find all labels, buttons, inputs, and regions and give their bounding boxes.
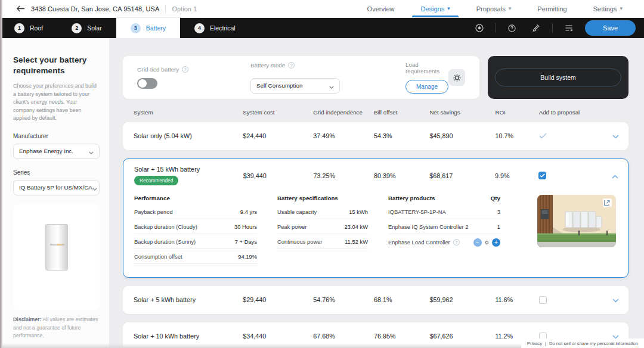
system-details: Performance Payback period9.4 yrs Backup… — [123, 192, 628, 277]
performance-section: Performance Payback period9.4 yrs Backup… — [134, 195, 257, 264]
plus-icon[interactable]: + — [492, 238, 500, 247]
recommended-badge: Recommended — [134, 176, 178, 185]
feedback-icon[interactable] — [561, 20, 577, 36]
col-roi: ROI — [495, 109, 538, 117]
chevron-down-icon — [329, 80, 334, 91]
divider — [165, 5, 166, 13]
battery-product-image — [45, 224, 68, 271]
table-row[interactable]: Solar only (5.04 kW) $24,440 37.49% 54.3… — [123, 122, 628, 150]
add-to-proposal-checkbox[interactable] — [539, 296, 547, 304]
design-option-label[interactable]: Option 1 — [172, 5, 197, 13]
col-system-cost: System cost — [243, 109, 313, 117]
systems-table-header: System System cost Grid independence Bil… — [123, 99, 628, 122]
build-system-button[interactable]: Build system — [495, 69, 621, 86]
save-button[interactable]: Save — [585, 20, 636, 36]
info-icon[interactable]: ? — [182, 66, 188, 73]
primary-nav: Overview Designs ▾ Proposals ▾ Permittin… — [354, 0, 636, 17]
privacy-link[interactable]: Privacy — [527, 341, 542, 346]
qty-header: Qty — [491, 195, 500, 201]
divider — [496, 23, 496, 33]
system-row-15kwh: Solar + 15 kWh battery Recommended $39,4… — [123, 159, 628, 278]
info-icon[interactable]: ? — [453, 239, 460, 246]
load-requirements-label: Load requirements — [405, 61, 448, 74]
project-address: 3438 Cuesta Dr, San Jose, CA 95148, USA — [31, 5, 159, 13]
divider — [552, 23, 553, 33]
battery-specs-section: Battery specifications Usable capacity15… — [277, 195, 368, 264]
col-bill-offset: Bill offset — [374, 109, 430, 117]
step-solar[interactable]: 2 Solar — [57, 18, 116, 38]
chevron-down-icon — [92, 182, 97, 193]
battery-mode-label: Battery mode ? — [250, 62, 405, 69]
grid-tied-label: Grid-tied battery ? — [137, 66, 250, 73]
battery-sidebar: Select your battery requirements Choose … — [0, 38, 110, 348]
gear-icon[interactable] — [448, 69, 465, 86]
checkmark-icon — [539, 130, 597, 141]
chevron-down-icon: ▾ — [509, 6, 512, 11]
load-controller-stepper: − 0 + — [473, 238, 500, 247]
chevron-down-icon: ▾ — [447, 6, 450, 11]
table-row[interactable]: Solar + 5 kWh battery $29,440 54.76% 68.… — [123, 286, 628, 314]
system-row-solar-only: Solar only (5.04 kW) $24,440 37.49% 54.3… — [123, 122, 628, 150]
target-icon[interactable] — [472, 20, 487, 36]
step-battery[interactable]: 3 Battery — [116, 18, 180, 38]
privacy-footer: Privacy | Do not sell or share my person… — [521, 338, 644, 348]
nav-proposals[interactable]: Proposals ▾ — [463, 0, 524, 17]
system-row-5kwh: Solar + 5 kWh battery $29,440 54.76% 68.… — [123, 286, 628, 314]
info-icon[interactable]: ? — [288, 62, 295, 69]
nav-settings[interactable]: Settings ▾ — [580, 0, 636, 17]
col-system: System — [134, 109, 243, 117]
manufacturer-label: Manufacturer — [13, 133, 100, 139]
battery-mode-select[interactable]: Self Consumption — [250, 78, 340, 94]
grid-tied-toggle[interactable] — [137, 78, 157, 89]
add-to-proposal-checkbox[interactable] — [538, 172, 546, 179]
step-bar: 1 Roof 2 Solar 3 Battery 4 Electrical — [0, 18, 644, 38]
battery-products-section: Battery products Qty IQBATTERY-5P-1P-NA3… — [388, 195, 500, 264]
series-label: Series — [13, 169, 100, 176]
sidebar-title: Select your battery requirements — [13, 55, 100, 76]
nav-permitting[interactable]: Permitting — [524, 0, 580, 17]
nav-overview[interactable]: Overview — [354, 0, 408, 17]
sidebar-description: Choose your preferences and build a batt… — [13, 82, 100, 123]
battery-preview-card — [13, 204, 100, 310]
battery-controls-card: Grid-tied battery ? Battery mode ? Self … — [123, 56, 479, 99]
col-grid-independence: Grid independence — [313, 109, 374, 117]
step-electrical[interactable]: 4 Electrical — [180, 18, 250, 38]
table-row[interactable]: Solar + 15 kWh battery Recommended $39,4… — [123, 159, 628, 192]
chevron-down-icon — [89, 146, 94, 157]
manage-button[interactable]: Manage — [405, 80, 448, 94]
build-system-card: Build system — [488, 56, 628, 99]
system-render-image — [537, 195, 616, 264]
do-not-sell-link[interactable]: Do not sell or share my personal informa… — [549, 341, 638, 346]
chevron-down-icon[interactable] — [612, 130, 619, 141]
manufacturer-select[interactable]: Enphase Energy Inc. — [13, 144, 100, 159]
nav-designs[interactable]: Designs ▾ — [407, 0, 463, 17]
chevron-down-icon: ▾ — [620, 6, 623, 11]
top-bar: 3438 Cuesta Dr, San Jose, CA 95148, USA … — [0, 0, 644, 18]
chevron-down-icon[interactable] — [612, 294, 619, 305]
broom-icon[interactable] — [528, 20, 544, 36]
series-select[interactable]: IQ Battery 5P for US/MX/CA — [13, 180, 100, 195]
disclaimer-text: Disclaimer: All values are estimates and… — [13, 316, 100, 340]
col-add-to-proposal: Add to proposal — [539, 109, 597, 117]
help-icon[interactable] — [504, 20, 520, 36]
chevron-up-icon[interactable] — [612, 170, 618, 181]
minus-icon[interactable]: − — [473, 238, 482, 247]
step-roof[interactable]: 1 Roof — [0, 18, 57, 38]
col-net-savings: Net savings — [430, 109, 496, 117]
back-arrow-icon[interactable] — [17, 5, 25, 12]
main-panel: Grid-tied battery ? Battery mode ? Self … — [110, 38, 644, 348]
